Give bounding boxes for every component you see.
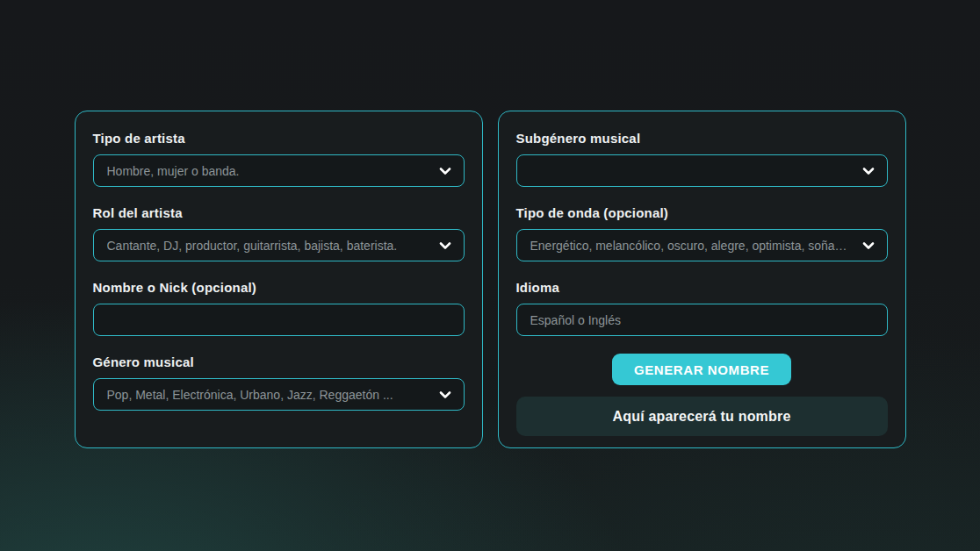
- field-group-tipo-de-artista: Tipo de artista Hombre, mujer o banda.: [93, 130, 465, 187]
- field-group-idioma: Idioma: [516, 279, 888, 336]
- tipo-de-artista-label: Tipo de artista: [93, 130, 465, 147]
- chevron-down-icon: [861, 164, 876, 178]
- generate-name-button[interactable]: GENERAR NOMBRE: [612, 354, 791, 385]
- genero-musical-placeholder: Pop, Metal, Electrónica, Urbano, Jazz, R…: [107, 388, 393, 402]
- field-group-subgenero-musical: Subgénero musical: [516, 130, 888, 187]
- page-background: Tipo de artista Hombre, mujer o banda. R…: [0, 0, 980, 551]
- subgenero-musical-select[interactable]: [516, 154, 888, 187]
- chevron-down-icon: [438, 239, 452, 253]
- idioma-input[interactable]: [516, 304, 888, 336]
- generate-button-row: GENERAR NOMBRE: [516, 354, 888, 385]
- artist-form-panel-left: Tipo de artista Hombre, mujer o banda. R…: [75, 111, 483, 448]
- tipo-de-onda-select[interactable]: Energético, melancólico, oscuro, alegre,…: [516, 229, 888, 261]
- field-group-rol-del-artista: Rol del artista Cantante, DJ, productor,…: [93, 204, 465, 261]
- generated-name-result-box: Aquí aparecerá tu nombre: [516, 397, 888, 436]
- tipo-de-artista-placeholder: Hombre, mujer o banda.: [107, 164, 240, 178]
- genero-musical-label: Género musical: [93, 354, 465, 370]
- artist-form-panel-right: Subgénero musical Tipo de onda (opcional…: [498, 111, 906, 448]
- rol-del-artista-placeholder: Cantante, DJ, productor, guitarrista, ba…: [107, 239, 398, 253]
- subgenero-musical-label: Subgénero musical: [516, 130, 888, 147]
- field-group-tipo-de-onda: Tipo de onda (opcional) Energético, mela…: [516, 204, 888, 261]
- chevron-down-icon: [438, 164, 452, 178]
- nombre-nick-label: Nombre o Nick (opcional): [93, 279, 465, 296]
- nombre-nick-input[interactable]: [93, 304, 465, 336]
- chevron-down-icon: [438, 388, 452, 402]
- tipo-de-artista-select[interactable]: Hombre, mujer o banda.: [93, 154, 465, 187]
- idioma-label: Idioma: [516, 279, 888, 296]
- tipo-de-onda-placeholder: Energético, melancólico, oscuro, alegre,…: [530, 239, 854, 253]
- generated-name-result-text: Aquí aparecerá tu nombre: [612, 409, 790, 425]
- field-group-genero-musical: Género musical Pop, Metal, Electrónica, …: [93, 354, 465, 411]
- rol-del-artista-label: Rol del artista: [93, 204, 465, 221]
- chevron-down-icon: [861, 239, 876, 253]
- tipo-de-onda-label: Tipo de onda (opcional): [516, 204, 888, 221]
- genero-musical-select[interactable]: Pop, Metal, Electrónica, Urbano, Jazz, R…: [93, 378, 465, 411]
- rol-del-artista-select[interactable]: Cantante, DJ, productor, guitarrista, ba…: [93, 229, 465, 261]
- field-group-nombre-nick: Nombre o Nick (opcional): [93, 279, 465, 336]
